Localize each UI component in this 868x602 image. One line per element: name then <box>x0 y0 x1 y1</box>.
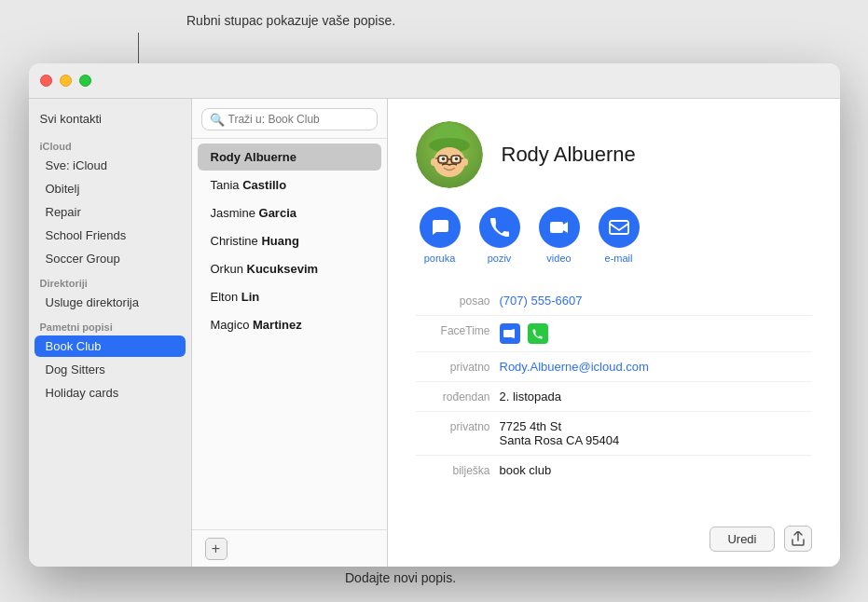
field-label-birthday: rođendan <box>416 390 490 404</box>
facetime-video-icon[interactable] <box>500 323 520 344</box>
field-row-birthday: rođendan 2. listopada <box>416 382 812 412</box>
sidebar-item-icloud-school[interactable]: School Friends <box>34 225 186 246</box>
field-row-facetime: FaceTime <box>416 316 812 352</box>
call-icon <box>479 207 520 248</box>
sidebar-item-book-club[interactable]: Book Club <box>34 335 186 357</box>
field-value-note: book club <box>500 463 812 477</box>
svg-point-13 <box>462 158 468 166</box>
share-button[interactable] <box>784 526 812 552</box>
search-wrapper[interactable]: 🔍 <box>201 108 378 130</box>
maximize-button[interactable] <box>79 75 91 87</box>
sidebar: Svi kontakti iCloud Sve: iCloud Obitelj … <box>29 99 192 567</box>
titlebar <box>29 63 840 99</box>
action-buttons: poruka poziv video <box>416 207 812 264</box>
minimize-button[interactable] <box>60 75 72 87</box>
detail-contact-name: Rody Albuerne <box>502 143 636 167</box>
field-label-address: privatno <box>416 419 490 433</box>
email-icon <box>599 207 640 248</box>
annotation-top: Rubni stupac pokazuje vaše popise. <box>186 13 395 28</box>
contact-list: 🔍 Rody AlbuerneTania CastilloJasmine Gar… <box>192 99 388 567</box>
svg-point-12 <box>431 158 436 166</box>
action-video[interactable]: video <box>539 207 580 264</box>
contact-entry-magico[interactable]: Magico Martinez <box>198 311 381 338</box>
sidebar-item-icloud-soccer[interactable]: Soccer Group <box>34 248 186 269</box>
field-label-facetime: FaceTime <box>416 323 490 337</box>
detail-panel: Rody Albuerne poruka <box>388 99 840 567</box>
sidebar-item-icloud-family[interactable]: Obitelj <box>34 178 186 199</box>
sidebar-section-pametni: Pametni popisi <box>29 314 191 335</box>
action-call-label: poziv <box>488 253 512 264</box>
svg-rect-14 <box>610 221 628 234</box>
field-row-posao: posao (707) 555-6607 <box>416 286 812 316</box>
action-video-label: video <box>546 253 571 264</box>
detail-fields: posao (707) 555-6607 FaceTime <box>416 286 812 516</box>
contact-entry-rody[interactable]: Rody Albuerne <box>198 144 381 171</box>
sidebar-all-contacts[interactable]: Svi kontakti <box>29 108 191 133</box>
edit-button[interactable]: Uredi <box>710 527 774 552</box>
field-row-note: bilješka book club <box>416 456 812 485</box>
field-label-note: bilješka <box>416 463 490 477</box>
action-email-label: e-mail <box>605 253 633 264</box>
sidebar-item-dog-sitters[interactable]: Dog Sitters <box>34 359 186 380</box>
facetime-audio-icon[interactable] <box>528 323 548 344</box>
contact-entry-tania[interactable]: Tania Castillo <box>198 171 381 198</box>
contact-entry-christine[interactable]: Christine Huang <box>198 227 381 254</box>
contact-entry-jasmine[interactable]: Jasmine Garcia <box>198 199 381 226</box>
add-contact-button[interactable]: + <box>205 538 227 560</box>
field-row-address: privatno 7725 4th StSanta Rosa CA 95404 <box>416 412 812 456</box>
field-label-email: privatno <box>416 360 490 374</box>
search-bar: 🔍 <box>192 99 387 139</box>
search-input[interactable] <box>228 113 369 126</box>
action-message-label: poruka <box>424 253 456 264</box>
sidebar-item-dir-services[interactable]: Usluge direktorija <box>34 292 186 313</box>
detail-footer: Uredi <box>416 516 812 552</box>
main-content: Svi kontakti iCloud Sve: iCloud Obitelj … <box>29 99 840 567</box>
contact-entry-orkun[interactable]: Orkun Kucuksevim <box>198 255 381 282</box>
facetime-icons <box>500 323 548 344</box>
field-value-address: 7725 4th StSanta Rosa CA 95404 <box>500 419 812 447</box>
action-call[interactable]: poziv <box>479 207 520 264</box>
field-row-email: privatno Rody.Albuerne@icloud.com <box>416 352 812 382</box>
app-window: Svi kontakti iCloud Sve: iCloud Obitelj … <box>29 63 840 567</box>
avatar <box>416 121 483 188</box>
search-icon: 🔍 <box>210 113 223 126</box>
action-email[interactable]: e-mail <box>599 207 640 264</box>
contact-list-footer: + <box>192 529 387 567</box>
field-value-posao[interactable]: (707) 555-6607 <box>500 294 812 308</box>
field-label-posao: posao <box>416 294 490 308</box>
close-button[interactable] <box>40 75 52 87</box>
annotation-bottom: Dodajte novi popis. <box>345 570 456 585</box>
svg-point-6 <box>454 157 458 161</box>
contact-entry-elton[interactable]: Elton Lin <box>198 283 381 310</box>
message-icon <box>420 207 461 248</box>
contact-entries: Rody AlbuerneTania CastilloJasmine Garci… <box>192 139 387 529</box>
sidebar-section-icloud: iCloud <box>29 133 191 154</box>
sidebar-section-direktoriji: Direktoriji <box>29 270 191 291</box>
svg-point-5 <box>441 157 445 161</box>
sidebar-item-icloud-all[interactable]: Sve: iCloud <box>34 155 186 176</box>
video-icon <box>539 207 580 248</box>
traffic-lights <box>40 75 91 87</box>
field-value-email[interactable]: Rody.Albuerne@icloud.com <box>500 360 812 374</box>
action-message[interactable]: poruka <box>420 207 461 264</box>
detail-header: Rody Albuerne <box>416 121 812 188</box>
sidebar-item-icloud-repair[interactable]: Repair <box>34 201 186 223</box>
sidebar-item-holiday-cards[interactable]: Holiday cards <box>34 382 186 404</box>
field-value-birthday: 2. listopada <box>500 390 812 404</box>
avatar-memoji <box>416 121 483 188</box>
